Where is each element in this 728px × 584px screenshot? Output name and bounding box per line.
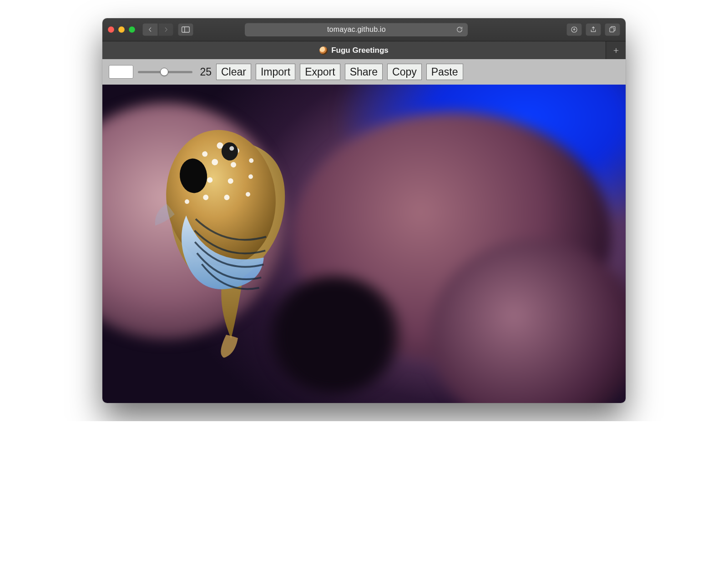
close-window-button[interactable] <box>108 26 114 33</box>
browser-chrome: tomayac.github.io <box>102 18 626 41</box>
address-text: tomayac.github.io <box>327 25 386 34</box>
color-swatch[interactable] <box>109 65 133 79</box>
minimize-window-button[interactable] <box>118 26 125 33</box>
sidebar-toggle-button[interactable] <box>178 23 193 36</box>
brush-size-slider[interactable] <box>138 68 192 76</box>
back-button[interactable] <box>142 23 158 36</box>
tabs-overview-button[interactable] <box>605 23 620 36</box>
reload-icon[interactable] <box>456 26 463 33</box>
brush-size-value: 25 <box>197 66 212 78</box>
new-tab-button[interactable] <box>606 41 626 59</box>
paste-button[interactable]: Paste <box>426 64 463 81</box>
clear-button[interactable]: Clear <box>216 64 251 81</box>
drawing-canvas[interactable] <box>102 85 626 403</box>
forward-button[interactable] <box>158 23 173 36</box>
address-bar[interactable]: tomayac.github.io <box>245 23 468 36</box>
svg-rect-0 <box>182 27 190 32</box>
zoom-window-button[interactable] <box>129 26 135 33</box>
right-toolbar-buttons <box>566 23 620 36</box>
fugu-favicon-icon <box>319 46 328 55</box>
share-button-app[interactable]: Share <box>345 64 383 81</box>
browser-window: tomayac.github.io Fugu Greetings <box>102 18 626 403</box>
active-tab[interactable]: Fugu Greetings <box>102 41 606 59</box>
svg-rect-3 <box>610 28 614 32</box>
fugu-fish-icon <box>134 114 308 365</box>
export-button[interactable]: Export <box>300 64 340 81</box>
copy-button[interactable]: Copy <box>387 64 422 81</box>
import-button[interactable]: Import <box>256 64 295 81</box>
tab-bar: Fugu Greetings <box>102 41 626 59</box>
nav-buttons <box>142 23 173 36</box>
window-controls <box>108 26 135 33</box>
tab-title: Fugu Greetings <box>331 46 389 55</box>
share-button[interactable] <box>586 23 601 36</box>
downloads-button[interactable] <box>566 23 582 36</box>
app-toolbar: 25 Clear Import Export Share Copy Paste <box>102 59 626 85</box>
